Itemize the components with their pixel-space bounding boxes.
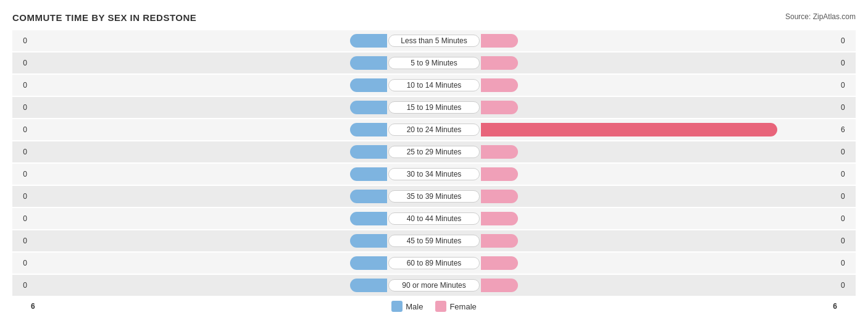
male-bar [350,256,387,270]
male-bar [350,101,387,114]
row-label: 15 to 19 Minutes [388,101,480,114]
chart-source: Source: ZipAtlas.com [785,12,856,21]
legend-male: Male [391,301,423,312]
chart-footer: 6 Male Female 6 [12,301,856,312]
chart-row: 0 40 to 44 Minutes 0 [12,208,856,229]
left-value: 0 [12,103,31,112]
right-value: 0 [837,36,856,45]
left-value: 0 [12,148,31,156]
female-bar [481,56,518,70]
row-label: 30 to 34 Minutes [388,168,480,180]
legend: Male Female [391,301,477,312]
male-bar [350,145,387,159]
footer-right-value: 6 [833,302,837,311]
left-value: 0 [12,214,31,223]
right-value: 0 [837,59,856,67]
female-bar [481,167,518,181]
chart-row: 0 25 to 29 Minutes 0 [12,141,856,162]
row-label: 5 to 9 Minutes [388,57,480,69]
row-label: 90 or more Minutes [388,279,480,292]
left-value: 0 [12,81,31,90]
male-bar [350,34,387,48]
left-value: 0 [12,36,31,45]
left-value: 0 [12,125,31,134]
row-label: 35 to 39 Minutes [388,190,480,203]
female-bar [481,279,518,292]
female-bar [481,101,518,114]
female-bar [481,212,518,225]
female-bar [481,123,777,136]
legend-female-box [435,301,446,312]
chart-row: 0 20 to 24 Minutes 6 [12,119,856,140]
chart-row: 0 60 to 89 Minutes 0 [12,253,856,274]
chart-row: 0 10 to 14 Minutes 0 [12,75,856,96]
legend-male-label: Male [406,302,423,311]
male-bar [350,279,387,292]
right-value: 0 [837,281,856,290]
female-bar [481,234,518,248]
left-value: 0 [12,237,31,245]
legend-female: Female [435,301,476,312]
row-label: 60 to 89 Minutes [388,257,480,269]
chart-row: 0 Less than 5 Minutes 0 [12,30,856,51]
footer-left-value: 6 [31,302,35,311]
right-value: 0 [837,148,856,156]
chart-row: 0 30 to 34 Minutes 0 [12,164,856,185]
left-value: 0 [12,192,31,201]
male-bar [350,234,387,248]
legend-female-label: Female [449,302,476,311]
right-value: 0 [837,237,856,245]
right-value: 0 [837,170,856,178]
male-bar [350,212,387,225]
left-value: 0 [12,259,31,267]
row-label: Less than 5 Minutes [388,35,480,47]
female-bar [481,190,518,203]
left-value: 0 [12,281,31,290]
male-bar [350,190,387,203]
chart-header: COMMUTE TIME BY SEX IN REDSTONE Source: … [12,12,856,23]
row-label: 10 to 14 Minutes [388,79,480,91]
female-bar [481,256,518,270]
female-bar [481,145,518,159]
chart-row: 0 35 to 39 Minutes 0 [12,186,856,207]
chart-row: 0 5 to 9 Minutes 0 [12,52,856,73]
row-label: 40 to 44 Minutes [388,212,480,225]
chart-row: 0 45 to 59 Minutes 0 [12,230,856,251]
row-label: 20 to 24 Minutes [388,124,480,136]
chart-area: 0 Less than 5 Minutes 0 0 5 to 9 Minutes [12,30,856,296]
right-value: 0 [837,81,856,90]
right-value: 0 [837,192,856,201]
female-bar [481,34,518,48]
male-bar [350,56,387,70]
chart-title: COMMUTE TIME BY SEX IN REDSTONE [12,12,196,23]
female-bar [481,78,518,92]
row-label: 25 to 29 Minutes [388,146,480,158]
chart-row: 0 15 to 19 Minutes 0 [12,97,856,118]
right-value: 0 [837,214,856,223]
right-value: 0 [837,103,856,112]
left-value: 0 [12,170,31,178]
right-value: 6 [837,125,856,134]
left-value: 0 [12,59,31,67]
male-bar [350,167,387,181]
chart-row: 0 90 or more Minutes 0 [12,275,856,296]
row-label: 45 to 59 Minutes [388,235,480,247]
legend-male-box [391,301,403,312]
right-value: 0 [837,259,856,267]
male-bar [350,78,387,92]
chart-container: COMMUTE TIME BY SEX IN REDSTONE Source: … [0,6,868,323]
male-bar [350,123,387,136]
